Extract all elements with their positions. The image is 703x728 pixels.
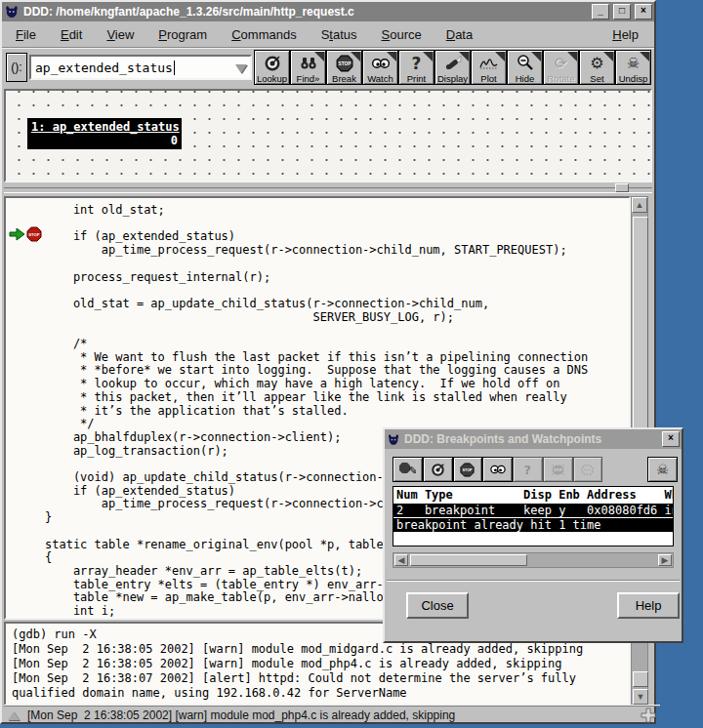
display-button[interactable]: Display — [434, 50, 471, 85]
svg-text:✎: ✎ — [409, 465, 417, 477]
data-display-canvas[interactable]: 1: ap_extended_status 0 — [4, 89, 652, 182]
menu-arrow-icon[interactable] — [314, 52, 324, 61]
menu-program[interactable]: Program — [158, 27, 207, 42]
text-caret — [174, 61, 175, 75]
display-value: 0 — [31, 134, 178, 147]
menu-arrow-icon[interactable] — [387, 52, 396, 61]
dialog-lookup-button[interactable] — [423, 457, 453, 482]
argument-button[interactable]: (): — [6, 53, 27, 82]
dialog-delete-button[interactable]: ☠ — [647, 457, 678, 482]
menu-source[interactable]: Source — [382, 27, 422, 42]
status-message: [Mon Sep 2 16:38:05 2002] [warn] module … — [27, 708, 633, 722]
status-bar: [Mon Sep 2 16:38:05 2002] [warn] module … — [4, 706, 660, 724]
argument-input[interactable]: ap_extended_status — [29, 55, 252, 80]
menu-arrow-icon[interactable] — [495, 52, 505, 61]
status-grip-icon[interactable] — [641, 708, 656, 723]
maximize-button[interactable]: □ — [613, 4, 631, 20]
console-scrollbar-thumb[interactable] — [633, 671, 648, 687]
breakpoint-properties-button[interactable]: ✎ — [393, 457, 423, 482]
scroll-right-icon[interactable]: ▶ — [658, 554, 672, 566]
dialog-title: DDD: Breakpoints and Watchpoints — [404, 432, 658, 446]
svg-text:STOP: STOP — [554, 468, 562, 472]
undisplay-button[interactable]: ☠ Undisp — [615, 50, 651, 85]
sash-grip[interactable] — [615, 183, 629, 192]
menu-file[interactable]: File — [16, 27, 36, 42]
skull-icon: ☠ — [656, 462, 669, 477]
breakpoint-row[interactable]: 2 breakpoint keep y 0x08080fd6 in — [393, 504, 673, 517]
menu-bar: File Edit View Program Commands Status S… — [2, 21, 654, 48]
scroll-down-icon[interactable]: ▼ — [633, 689, 648, 705]
menu-commands[interactable]: Commands — [231, 27, 296, 42]
menu-edit[interactable]: Edit — [61, 27, 82, 42]
break-button[interactable]: STOP Break — [326, 50, 362, 85]
watch-button[interactable]: Watch — [362, 50, 398, 85]
stop-disable-icon — [579, 463, 596, 477]
skull-icon: ☠ — [627, 54, 640, 73]
tool-bar: (): ap_extended_status Lookup Find» STOP… — [2, 48, 654, 87]
menu-arrow-icon[interactable] — [423, 52, 433, 61]
ddd-gnu-icon — [387, 433, 400, 446]
scroll-left-icon[interactable]: ◀ — [394, 554, 408, 566]
dialog-enable-button[interactable]: STOP — [543, 457, 573, 482]
svg-text:STOP: STOP — [463, 468, 474, 472]
menu-view[interactable]: View — [106, 27, 134, 42]
display-1-ap-extended-status[interactable]: 1: ap_extended_status 0 — [27, 118, 182, 149]
dialog-break-button[interactable]: STOP — [453, 457, 483, 482]
menu-arrow-icon[interactable] — [603, 52, 613, 61]
dialog-titlebar[interactable]: DDD: Breakpoints and Watchpoints × — [385, 429, 682, 449]
dialog-h-scrollbar-thumb[interactable] — [410, 554, 527, 566]
print-button[interactable]: ? Print — [398, 50, 434, 85]
combo-dropdown-icon[interactable] — [235, 64, 247, 73]
display-title[interactable]: 1: ap_extended_status — [31, 120, 178, 134]
dialog-toolbar: ✎ STOP ? STOP ☠ — [393, 457, 678, 482]
menu-arrow-icon[interactable] — [531, 52, 541, 61]
find-button[interactable]: Find» — [290, 50, 326, 85]
menu-arrow-icon[interactable] — [567, 52, 577, 61]
menu-data[interactable]: Data — [446, 27, 473, 42]
menu-arrow-icon[interactable] — [459, 52, 469, 61]
dartboard-icon — [431, 463, 445, 477]
stop-enable-icon: STOP — [550, 463, 566, 477]
scroll-up-icon[interactable]: ▲ — [632, 197, 647, 213]
dialog-close-icon[interactable]: × — [662, 431, 680, 447]
eyes-icon — [490, 464, 506, 475]
plot-button[interactable]: Plot — [471, 50, 507, 85]
rotate-arrows-icon: ⟳ — [555, 54, 567, 73]
dialog-close-button[interactable]: Close — [406, 592, 469, 619]
menu-help[interactable]: Help — [612, 27, 639, 42]
rotate-button[interactable]: ⟳ Rotate — [543, 50, 579, 85]
gear-icon: ⚙ — [590, 54, 603, 73]
pane-separator — [4, 187, 652, 193]
lookup-button[interactable]: Lookup — [254, 50, 290, 85]
stop-pencil-icon: ✎ — [398, 462, 416, 477]
set-button[interactable]: ⚙ Set — [579, 50, 615, 85]
close-button[interactable]: × — [635, 4, 652, 20]
menu-arrow-icon[interactable] — [351, 52, 360, 61]
question-mark-icon: ? — [524, 463, 532, 477]
dialog-help-button[interactable]: Help — [617, 592, 680, 619]
execution-arrow-icon[interactable] — [9, 226, 25, 242]
breakpoint-list-header: Num Type Disp Enb Address Wh — [393, 487, 673, 503]
main-titlebar[interactable]: DDD: /home/kngfant/apache_1.3.26/src/mai… — [2, 2, 654, 21]
status-expand-icon[interactable] — [8, 711, 20, 720]
dialog-watch-button[interactable] — [482, 457, 513, 482]
breakpoint-hit-row[interactable]: breakpoint already hit 1 time — [393, 518, 673, 532]
minimize-button[interactable]: _ — [592, 4, 609, 20]
hide-button[interactable]: Hide — [507, 50, 543, 85]
svg-text:STOP: STOP — [338, 61, 351, 66]
window-title: DDD: /home/kngfant/apache_1.3.26/src/mai… — [23, 5, 588, 19]
dialog-h-scrollbar[interactable]: ◀ ▶ — [393, 552, 674, 568]
breakpoints-dialog: DDD: Breakpoints and Watchpoints × ✎ STO… — [383, 427, 683, 643]
breakpoint-stop-icon[interactable]: STOP — [26, 226, 42, 242]
stop-sign-icon: STOP — [460, 463, 475, 477]
menu-arrow-icon[interactable] — [640, 52, 649, 61]
dialog-separator — [387, 580, 680, 582]
dialog-print-button[interactable]: ? — [513, 457, 543, 482]
svg-text:STOP: STOP — [28, 232, 40, 237]
argument-value: ap_extended_status — [35, 61, 173, 75]
dartboard-icon — [264, 54, 281, 73]
question-mark-icon: ? — [412, 54, 422, 73]
breakpoint-list[interactable]: Num Type Disp Enb Address Wh 2 breakpoin… — [393, 486, 674, 546]
dialog-disable-button[interactable] — [573, 457, 603, 482]
menu-status[interactable]: Status — [321, 27, 357, 42]
